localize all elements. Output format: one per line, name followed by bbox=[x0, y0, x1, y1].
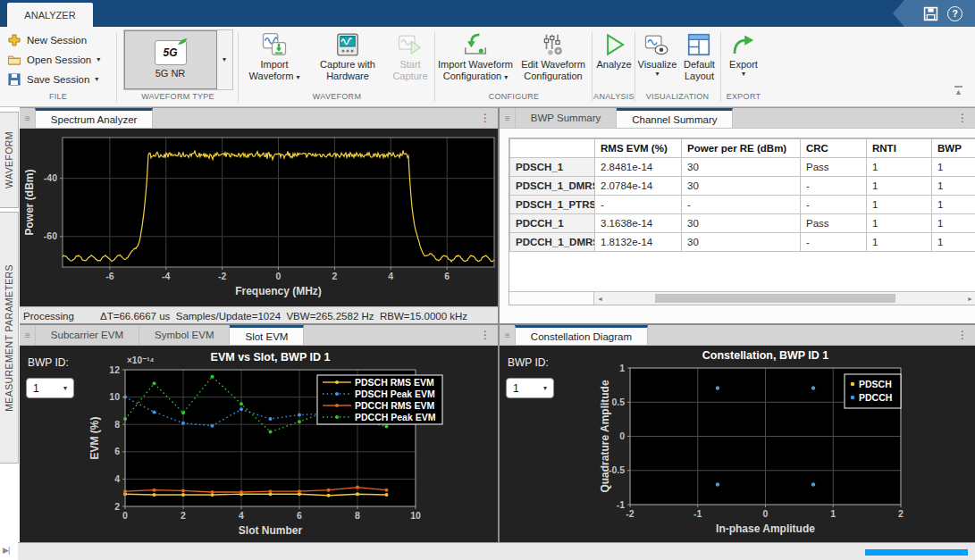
symbol-evm-tab-label: Symbol EVM bbox=[155, 330, 214, 340]
column-header[interactable] bbox=[510, 139, 595, 158]
svg-text:6: 6 bbox=[114, 446, 120, 456]
table-cell: 1 bbox=[867, 158, 932, 177]
tab-bwp-summary[interactable]: BWP Summary bbox=[515, 108, 617, 128]
collapse-ribbon-icon[interactable]: ▲ bbox=[954, 86, 962, 96]
ribbon-separator bbox=[592, 32, 593, 102]
panel-grip-icon[interactable]: ≡ bbox=[25, 113, 30, 123]
scroll-left-icon[interactable]: ◄ bbox=[594, 296, 606, 302]
summary-tabstrip: ≡ BWP Summary Channel Summary ⋮ bbox=[500, 108, 975, 129]
save-session-caret-icon[interactable]: ▾ bbox=[95, 76, 98, 83]
open-session-caret-icon[interactable]: ▾ bbox=[97, 56, 100, 63]
table-cell: 2.0784e-14 bbox=[595, 177, 682, 196]
tab-constellation-diagram[interactable]: Constellation Diagram bbox=[515, 325, 648, 345]
svg-text:Quadrature Amplitude: Quadrature Amplitude bbox=[599, 380, 611, 493]
open-session-button[interactable]: Open Session ▾ bbox=[7, 52, 116, 68]
tab-analyzer[interactable]: ANALYZER bbox=[7, 3, 93, 27]
row-header-cell: PDSCH_1 bbox=[510, 158, 595, 177]
measurement-parameters-vtab-label: MEASUREMENT PARAMETERS bbox=[4, 264, 14, 412]
spectrum-status-bar: Processing ΔT=66.6667 us Samples/Update=… bbox=[20, 306, 498, 323]
row-header-cell: PDCCH_1 bbox=[510, 214, 595, 233]
sidebar-tab-waveform[interactable]: WAVEFORM bbox=[0, 112, 19, 208]
tab-channel-summary[interactable]: Channel Summary bbox=[617, 108, 733, 128]
visualize-button[interactable]: Visualize ▾ bbox=[636, 27, 678, 89]
channel-summary-tab-label: Channel Summary bbox=[632, 114, 717, 125]
panel-grip-icon[interactable]: ≡ bbox=[505, 330, 510, 340]
sidebar-tab-measurement-parameters[interactable]: MEASUREMENT PARAMETERS bbox=[0, 212, 19, 464]
panel-menu-icon[interactable]: ⋮ bbox=[957, 329, 968, 341]
svg-text:PDCCH Peak EVM: PDCCH Peak EVM bbox=[355, 412, 436, 422]
table-row[interactable]: PDSCH_1_DMRS2.0784e-1430-11 bbox=[510, 177, 975, 196]
constellation-tabstrip: ≡ Constellation Diagram ⋮ bbox=[500, 325, 975, 346]
scroll-right-icon[interactable]: ► bbox=[964, 296, 975, 302]
column-header[interactable]: Power per RE (dBm) bbox=[682, 139, 801, 158]
table-cell: Pass bbox=[801, 158, 867, 177]
tab-symbol-evm[interactable]: Symbol EVM bbox=[139, 325, 230, 345]
panel-menu-icon[interactable]: ⋮ bbox=[480, 329, 491, 341]
svg-text:-4: -4 bbox=[162, 271, 170, 281]
svg-text:PDSCH RMS EVM: PDSCH RMS EVM bbox=[355, 377, 434, 388]
expand-panel-icon[interactable]: ▶| bbox=[3, 546, 9, 555]
tab-spectrum-analyzer[interactable]: Spectrum Analyzer bbox=[35, 108, 154, 128]
new-session-button[interactable]: New Session bbox=[7, 32, 116, 48]
table-cell: - bbox=[595, 196, 682, 214]
table-row[interactable]: PDCCH_13.1638e-1430Pass11 bbox=[510, 214, 975, 233]
svg-text:10: 10 bbox=[109, 391, 120, 402]
svg-text:2: 2 bbox=[332, 271, 337, 281]
table-cell: 1 bbox=[932, 233, 975, 252]
edit-configuration-icon bbox=[540, 31, 567, 58]
visualize-caret-icon: ▾ bbox=[655, 71, 659, 78]
table-row[interactable]: PDCCH_1_DMRS1.8132e-1430-11 bbox=[510, 233, 975, 252]
svg-text:EVM (%): EVM (%) bbox=[88, 416, 101, 459]
analysis-section-label: ANALYSIS bbox=[593, 92, 635, 101]
folder-icon bbox=[7, 53, 21, 67]
help-icon[interactable]: ? bbox=[947, 6, 962, 21]
tab-subcarrier-evm[interactable]: Subcarrier EVM bbox=[35, 325, 139, 345]
export-button[interactable]: Export ▾ bbox=[723, 27, 764, 89]
table-row[interactable]: PDSCH_1_PTRS---11 bbox=[510, 196, 975, 214]
svg-text:0: 0 bbox=[276, 271, 282, 281]
import-waveform-configuration-button[interactable]: Import Waveform Configuration ▾ bbox=[437, 27, 514, 89]
column-header[interactable]: RMS EVM (%) bbox=[595, 139, 682, 158]
svg-text:2: 2 bbox=[114, 501, 120, 512]
svg-text:-6: -6 bbox=[105, 271, 113, 281]
edit-waveform-configuration-button[interactable]: Edit Waveform Configuration bbox=[516, 27, 591, 89]
panel-menu-icon[interactable]: ⋮ bbox=[480, 112, 491, 124]
svg-text:Frequency (MHz): Frequency (MHz) bbox=[235, 285, 322, 297]
table-cell: - bbox=[682, 196, 801, 214]
analyze-button[interactable]: Analyze bbox=[593, 27, 635, 89]
progress-bar bbox=[865, 549, 968, 556]
svg-text:-40: -40 bbox=[44, 172, 57, 183]
scrollbar-track[interactable]: ◄ ► bbox=[594, 292, 975, 305]
tab-slot-evm[interactable]: Slot EVM bbox=[230, 325, 304, 345]
scrollbar-thumb[interactable] bbox=[655, 294, 895, 303]
import-waveform-button[interactable]: Import Waveform ▾ bbox=[240, 27, 308, 89]
table-cell: 30 bbox=[682, 214, 801, 233]
svg-text:Slot Number: Slot Number bbox=[239, 524, 303, 537]
save-icon[interactable] bbox=[923, 6, 938, 21]
edit-waveform-configuration-label: Edit Waveform Configuration bbox=[516, 59, 591, 82]
save-session-button[interactable]: Save Session ▾ bbox=[7, 71, 116, 88]
table-body: PDSCH_12.8481e-1430Pass11PDSCH_1_DMRS2.0… bbox=[510, 158, 975, 252]
table-row[interactable]: PDSCH_12.8481e-1430Pass11 bbox=[510, 158, 975, 177]
table-cell: - bbox=[801, 233, 867, 252]
column-header[interactable]: BWP bbox=[932, 139, 975, 158]
default-layout-button[interactable]: Default Layout bbox=[680, 27, 719, 89]
capture-with-hardware-button[interactable]: Capture with Hardware bbox=[310, 27, 385, 89]
svg-text:1: 1 bbox=[619, 363, 625, 373]
column-header[interactable]: RNTI bbox=[867, 139, 932, 158]
table-horizontal-scrollbar[interactable]: ◄ ► bbox=[509, 291, 975, 305]
channel-summary-table: RMS EVM (%)Power per RE (dBm)CRCRNTIBWP … bbox=[509, 138, 975, 252]
default-layout-icon bbox=[685, 31, 712, 58]
waveform-type-dropdown[interactable]: ▾ bbox=[217, 30, 232, 89]
panel-grip-icon[interactable]: ≡ bbox=[25, 330, 30, 340]
table-cell: 1 bbox=[932, 177, 975, 196]
waveform-type-5gnr-button[interactable]: 5G 5G NR bbox=[124, 30, 217, 89]
configure-section-label: CONFIGURE bbox=[436, 92, 592, 101]
wireless-waveform-analyzer-app: ANALYZER ? New Session bbox=[0, 0, 975, 560]
export-icon bbox=[730, 31, 757, 58]
panel-menu-icon[interactable]: ⋮ bbox=[957, 112, 968, 124]
ribbon-separator bbox=[434, 32, 435, 102]
start-capture-button[interactable]: Start Capture bbox=[387, 27, 433, 89]
column-header[interactable]: CRC bbox=[801, 139, 867, 158]
panel-grip-icon[interactable]: ≡ bbox=[505, 113, 510, 123]
